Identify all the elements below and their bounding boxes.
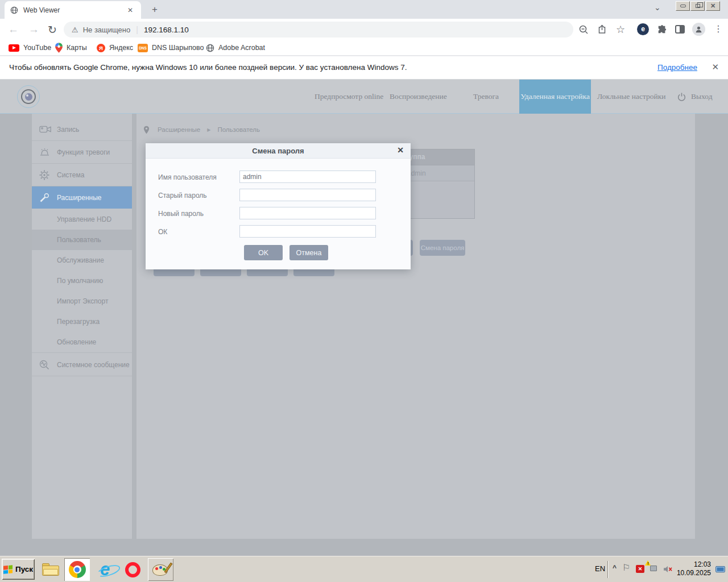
bookmark-maps[interactable]: Карты [55, 40, 87, 55]
update-notification-bar: Чтобы обновлять Google Chrome, нужна Win… [0, 56, 728, 80]
browser-tab[interactable]: Web Viewer ✕ [5, 1, 141, 19]
chrome-icon [69, 561, 86, 578]
sidebar-item-alarm-function[interactable]: Функция тревоги [32, 141, 132, 164]
show-desktop-monitor-icon[interactable] [715, 566, 725, 576]
old-password-input[interactable] [239, 189, 376, 201]
volume-muted-icon[interactable] [663, 565, 673, 575]
window-close-button[interactable]: ✕ [706, 1, 720, 11]
username-label: Имя пользователя [158, 173, 217, 181]
breadcrumb-advanced[interactable]: Расширенные [158, 126, 200, 133]
notification-close-icon[interactable]: ✕ [712, 62, 719, 72]
opera-icon [125, 562, 140, 577]
window-minimize-button[interactable] [676, 1, 690, 11]
taskbar-explorer-button[interactable] [38, 558, 63, 581]
bookmark-dns[interactable]: DNS DNS Шарыпово [138, 40, 204, 55]
dialog-header: Смена пароля ✕ [146, 143, 411, 159]
address-divider: | [136, 25, 138, 34]
tab-close-icon[interactable]: ✕ [125, 5, 135, 15]
sidebar-sub-maintenance[interactable]: Обслуживание [32, 250, 132, 271]
taskbar-paint-button[interactable] [148, 558, 173, 581]
close-icon: ✕ [710, 2, 715, 10]
forward-button[interactable]: → [28, 23, 39, 36]
sidebar-sub-reboot[interactable]: Перезагрузка [32, 311, 132, 332]
dialog-close-icon[interactable]: ✕ [397, 146, 404, 155]
tray-clock[interactable]: 12:03 10.09.2025 [677, 560, 711, 577]
zoom-out-icon[interactable] [578, 24, 589, 37]
change-password-button[interactable]: Смена пароля [420, 240, 465, 256]
tab-search-chevron-icon[interactable]: ⌄ [654, 3, 661, 12]
breadcrumb-arrow-icon: ▶ [207, 127, 210, 132]
minimize-icon [680, 5, 686, 7]
browser-titlebar: Web Viewer ✕ + ⌄ ✕ [0, 0, 728, 19]
breadcrumb-user[interactable]: Пользователь [217, 126, 260, 133]
sidebar-item-record[interactable]: Запись [32, 118, 132, 141]
sidebar-sub-user[interactable]: Пользователь [32, 230, 132, 250]
alarm-icon [39, 148, 52, 156]
show-hidden-icons-button[interactable]: ^ [613, 564, 617, 572]
new-password-input[interactable] [239, 207, 376, 219]
tab-title: Web Viewer [23, 6, 125, 14]
sidebar-sub-update[interactable]: Обновление [32, 332, 132, 353]
old-password-label: Старый пароль [158, 192, 207, 199]
breadcrumb: Расширенные ▶ Пользователь [136, 122, 260, 138]
confirm-password-input[interactable] [239, 225, 376, 238]
url-text[interactable]: 192.168.1.10 [144, 26, 189, 34]
window-restore-button[interactable] [690, 1, 705, 11]
youtube-icon [9, 44, 19, 52]
bookmark-yandex[interactable]: Я Яндекс [97, 40, 133, 55]
ok-button[interactable]: OK [244, 245, 283, 260]
sidebar-item-system-message[interactable]: Системное сообщение [32, 354, 132, 376]
security-alert-icon[interactable]: ✕ [636, 565, 644, 573]
nav-alarm[interactable]: Тревога [473, 80, 499, 114]
share-icon[interactable] [597, 24, 607, 37]
language-indicator[interactable]: EN [595, 564, 605, 573]
internet-explorer-icon: e [100, 561, 110, 578]
sidebar-sub-hdd[interactable]: Управление HDD [32, 209, 132, 230]
taskbar-opera-button[interactable] [120, 558, 146, 581]
sidebar-sub-import-export[interactable]: Импорт Экспорт [32, 291, 132, 311]
extension-e-badge-icon[interactable]: e [637, 23, 649, 35]
nav-local-settings[interactable]: Локльные настройки [597, 80, 665, 114]
profile-avatar[interactable] [692, 23, 705, 36]
taskbar-ie-button[interactable]: e [92, 558, 118, 581]
extensions-puzzle-icon[interactable] [657, 24, 667, 37]
tray-time: 12:03 [677, 560, 711, 569]
username-input[interactable] [239, 171, 376, 183]
maps-pin-icon [55, 43, 63, 53]
taskbar: Пуск e EN ^ ⚐ ✕ ! 12:03 10.09.2025 [0, 556, 728, 582]
nav-exit[interactable]: Выход [677, 80, 713, 114]
back-button[interactable]: ← [8, 23, 19, 36]
windows-logo-icon [3, 565, 13, 574]
side-panel-icon[interactable] [675, 25, 685, 34]
security-label[interactable]: Не защищено [83, 26, 131, 34]
sidebar-item-advanced[interactable]: Расширенные [32, 186, 132, 209]
nav-playback[interactable]: Воспроизведение [390, 80, 447, 114]
action-center-flag-icon[interactable]: ⚐ [622, 562, 630, 573]
details-link[interactable]: Подробнее [657, 63, 697, 72]
nav-preview-online[interactable]: Предпросмотр online [315, 80, 383, 114]
sidebar-sub-default[interactable]: По умолчанию [32, 271, 132, 291]
tray-separator [607, 561, 609, 578]
new-tab-button[interactable]: + [148, 3, 162, 16]
bookmark-acrobat[interactable]: Adobe Acrobat [206, 40, 265, 55]
browser-menu-dots-icon[interactable]: ⋮ [714, 23, 723, 34]
dialog-title: Смена пароля [146, 143, 411, 159]
acrobat-globe-icon [206, 44, 214, 52]
app-logo [17, 85, 40, 108]
taskbar-chrome-button[interactable] [64, 558, 90, 581]
log-search-icon [39, 360, 52, 370]
browser-toolbar: ← → ↻ ⚠ Не защищено | 192.168.1.10 ☆ e ⋮ [0, 19, 728, 40]
location-pin-icon [143, 126, 150, 134]
folder-icon [42, 563, 59, 576]
yandex-icon: Я [97, 44, 105, 52]
address-bar[interactable]: ⚠ Не защищено | 192.168.1.10 [64, 22, 573, 38]
sidebar-item-system[interactable]: Система [32, 164, 132, 186]
start-button[interactable]: Пуск [2, 559, 35, 580]
cancel-button[interactable]: Отмена [289, 245, 328, 260]
reload-button[interactable]: ↻ [48, 23, 57, 36]
new-password-label: Новый пароль [158, 210, 204, 218]
bookmark-youtube[interactable]: YouTube [9, 40, 51, 55]
bookmark-star-icon[interactable]: ☆ [616, 23, 625, 36]
sidebar: Запись Функция тревоги Система Расширенн… [32, 114, 132, 539]
nav-remote-settings[interactable]: Удаленная настройка [519, 80, 591, 114]
